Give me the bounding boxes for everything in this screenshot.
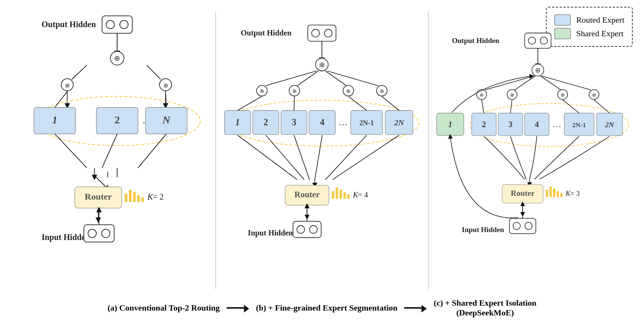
svg-line-46 [325,71,347,86]
svg-text:⊗: ⊗ [163,82,168,89]
caption-a: (a) Conventional Top-2 Routing [107,303,220,313]
svg-line-45 [297,71,319,86]
svg-line-75 [266,135,304,180]
svg-rect-26 [133,192,136,202]
svg-point-35 [102,229,110,238]
panel-b: Output Hidden ⊕ ⊗ ⊗ ⊗ ⊗ [216,4,428,297]
svg-text:⊗: ⊗ [292,88,297,94]
arrow-2 [404,304,427,312]
svg-text:Input Hidden: Input Hidden [41,232,90,242]
svg-line-14 [55,92,67,108]
svg-point-99 [540,37,547,44]
svg-rect-86 [343,192,346,199]
svg-rect-137 [553,189,555,197]
svg-point-98 [528,37,535,44]
svg-line-16 [55,134,87,168]
svg-text:⊕: ⊕ [319,61,325,69]
svg-text:⊗: ⊗ [510,92,514,98]
svg-text:⊕: ⊕ [114,54,120,62]
svg-rect-138 [557,191,559,197]
svg-rect-24 [125,194,127,202]
svg-text:⊗: ⊗ [560,92,564,98]
svg-line-131 [594,100,609,113]
svg-line-70 [238,96,262,110]
svg-line-5 [147,65,161,79]
svg-point-39 [312,29,320,37]
svg-text:= 3: = 3 [570,189,580,197]
panel-c: Output Hidden ⊕ ⊗ ⊗ ⊗ ⊗ [429,4,640,297]
svg-text:…: … [553,120,561,129]
arrow-1 [227,304,249,312]
output-hidden-label-a: Output Hidden [41,20,96,29]
svg-text:2N-1: 2N-1 [360,119,374,127]
svg-text:⊗: ⊗ [479,92,483,98]
svg-line-77 [315,135,322,180]
svg-text:…: … [339,117,348,127]
svg-text:= 2: = 2 [153,192,164,201]
svg-rect-87 [347,194,350,198]
svg-text:2: 2 [481,120,486,129]
svg-rect-25 [129,190,132,202]
svg-text:N: N [162,114,171,126]
svg-text:2: 2 [115,114,120,126]
svg-text:1: 1 [235,117,240,127]
svg-line-105 [540,76,561,90]
svg-text:⊗: ⊗ [592,92,596,98]
svg-line-76 [294,135,310,180]
svg-text:= 4: = 4 [358,191,368,199]
svg-point-145 [513,222,520,229]
svg-text:2N: 2N [394,118,404,127]
svg-text:3: 3 [292,117,296,127]
panel-c-svg: Output Hidden ⊕ ⊗ ⊗ ⊗ ⊗ [429,9,640,297]
svg-line-104 [515,76,535,90]
svg-text:⊗: ⊗ [260,88,264,94]
svg-point-40 [325,29,333,37]
svg-rect-135 [546,190,548,197]
svg-text:Router: Router [294,190,320,199]
svg-text:Router: Router [85,192,112,201]
svg-text:2: 2 [264,117,268,127]
svg-text:1: 1 [52,114,57,126]
svg-rect-83 [332,191,334,199]
svg-text:2N: 2N [605,121,615,129]
svg-point-93 [297,226,305,234]
svg-rect-84 [336,188,338,199]
svg-line-78 [325,135,366,180]
svg-text:Output Hidden: Output Hidden [452,37,499,45]
svg-point-0 [106,20,115,29]
caption-b: (b) + Fine-grained Expert Segmentation [256,303,398,313]
svg-text:3: 3 [508,120,512,129]
svg-line-71 [294,96,294,110]
svg-text:⊗: ⊗ [380,88,384,94]
svg-rect-136 [549,186,552,197]
svg-rect-85 [340,189,342,198]
svg-text:2N-1: 2N-1 [572,121,586,129]
bottom-caption: (a) Conventional Top-2 Routing (b) + Fin… [0,298,644,318]
svg-point-34 [88,229,97,238]
svg-line-4 [72,65,87,79]
svg-line-79 [333,135,399,180]
svg-text:⊕: ⊕ [535,66,541,74]
svg-line-18 [138,134,166,168]
svg-text:⊗: ⊗ [65,82,70,89]
svg-text:4: 4 [535,120,539,129]
svg-point-94 [310,226,317,234]
svg-rect-28 [141,197,144,202]
svg-line-129 [510,100,512,113]
svg-text:Router: Router [511,189,534,198]
svg-text:Output Hidden: Output Hidden [241,29,292,37]
svg-line-73 [382,96,399,110]
svg-line-17 [102,134,117,168]
svg-text:Input Hidden: Input Hidden [462,226,504,234]
panel-a: Output Hidden ⊕ ⊗ ⊗ [4,4,215,297]
svg-point-146 [525,222,532,229]
svg-rect-139 [560,193,563,197]
caption-c: (c) + Shared Expert Isolation(DeepSeekMo… [434,298,536,318]
svg-line-47 [327,71,379,86]
svg-line-44 [265,71,317,86]
svg-line-130 [563,100,579,113]
diagrams-container: Output Hidden ⊕ ⊗ ⊗ [4,4,640,297]
svg-line-72 [348,96,367,110]
svg-line-106 [542,76,591,90]
svg-text:⊗: ⊗ [346,88,351,94]
